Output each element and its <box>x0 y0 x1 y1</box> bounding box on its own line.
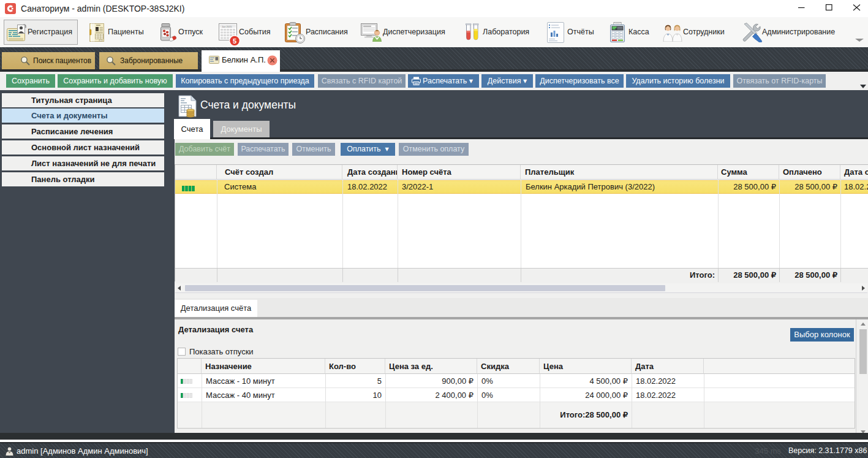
svg-text:Jan 2015: Jan 2015 <box>222 25 232 28</box>
svg-text:5: 5 <box>233 37 236 45</box>
